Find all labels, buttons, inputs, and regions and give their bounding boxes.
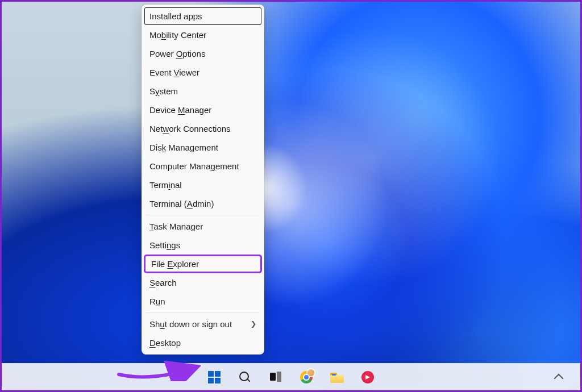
menu-item-label: Desktop (149, 337, 181, 349)
profile-badge-icon (307, 369, 314, 376)
task-view-icon (270, 372, 281, 383)
winx-context-menu: Installed appsMobility CenterPower Optio… (142, 5, 264, 355)
chevron-right-icon: ❯ (251, 319, 256, 329)
menu-item-label: Computer Management (149, 160, 239, 172)
menu-item-task-manager[interactable]: Task Manager (142, 217, 264, 236)
menu-item-label: Terminal (149, 179, 182, 191)
menu-item-label: Installed apps (149, 10, 202, 22)
menu-item-label: Power Options (149, 48, 205, 60)
menu-item-power-options[interactable]: Power Options (142, 44, 264, 63)
taskbar-tray (547, 364, 570, 390)
taskbar (2, 363, 580, 390)
menu-item-network-connections[interactable]: Network Connections (142, 119, 264, 138)
tray-overflow-button[interactable] (547, 366, 570, 389)
menu-item-label: Mobility Center (149, 29, 206, 41)
menu-item-run[interactable]: Run (142, 292, 264, 311)
menu-item-system[interactable]: System (142, 82, 264, 101)
menu-item-label: Event Viewer (149, 66, 199, 78)
menu-item-label: Disk Management (149, 141, 218, 153)
folder-icon (330, 372, 344, 383)
menu-item-desktop[interactable]: Desktop (142, 333, 264, 352)
search-button[interactable] (234, 366, 256, 389)
menu-item-settings[interactable]: Settings (142, 236, 264, 255)
menu-item-mobility-center[interactable]: Mobility Center (142, 26, 264, 44)
menu-item-event-viewer[interactable]: Event Viewer (142, 63, 264, 82)
red-app-icon (361, 371, 374, 383)
chevron-up-icon (554, 373, 564, 383)
menu-item-label: Device Manager (149, 104, 211, 116)
menu-item-computer-management[interactable]: Computer Management (142, 157, 264, 176)
menu-item-terminal-admin[interactable]: Terminal (Admin) (142, 194, 264, 213)
menu-item-terminal[interactable]: Terminal (142, 176, 264, 194)
menu-item-label: Terminal (Admin) (149, 198, 214, 210)
menu-item-shut-down[interactable]: Shut down or sign out❯ (142, 315, 264, 333)
search-icon (239, 372, 251, 383)
menu-item-device-manager[interactable]: Device Manager (142, 101, 264, 119)
menu-item-label: Search (149, 277, 177, 289)
menu-item-label: Task Manager (149, 220, 203, 232)
chrome-icon (300, 371, 313, 383)
menu-item-label: Shut down or sign out (149, 318, 232, 330)
menu-item-label: System (149, 85, 178, 97)
menu-item-label: Network Connections (149, 123, 231, 135)
start-button[interactable] (203, 366, 226, 389)
menu-item-disk-management[interactable]: Disk Management (142, 138, 264, 157)
taskbar-app-chrome[interactable] (295, 366, 318, 389)
menu-item-label: Settings (149, 239, 180, 251)
menu-item-installed-apps[interactable]: Installed apps (144, 7, 262, 26)
menu-item-file-explorer[interactable]: File Explorer (144, 255, 262, 273)
menu-separator (146, 312, 260, 313)
menu-item-search[interactable]: Search (142, 273, 264, 292)
taskbar-app-5[interactable] (356, 366, 379, 389)
menu-separator (146, 215, 260, 215)
menu-item-label: File Explorer (151, 258, 199, 270)
taskbar-center (203, 366, 379, 389)
desktop-wallpaper (2, 2, 580, 390)
taskbar-app-file-explorer[interactable] (326, 366, 348, 389)
windows-logo-icon (208, 371, 221, 383)
task-view-button[interactable] (264, 366, 287, 389)
menu-item-label: Run (149, 295, 165, 307)
